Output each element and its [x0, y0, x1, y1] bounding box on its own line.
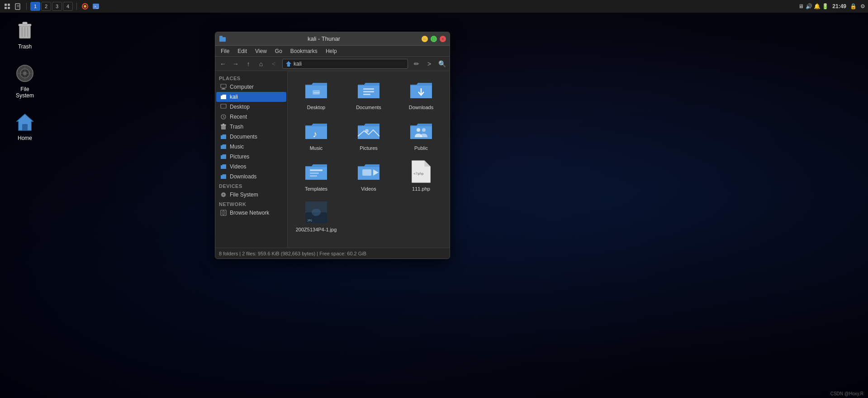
up-button[interactable]: ↑	[242, 58, 254, 70]
desktop-file-label: Desktop	[307, 105, 325, 110]
computer-label: Computer	[230, 84, 254, 90]
public-file-label: Public	[414, 145, 428, 151]
desktop-icon-home[interactable]: Home	[9, 110, 41, 143]
menu-edit[interactable]: Edit	[234, 47, 251, 55]
sidebar-item-videos[interactable]: Videos	[216, 162, 286, 172]
sidebar-item-pictures[interactable]: Pictures	[216, 152, 286, 162]
svg-rect-44	[363, 94, 370, 95]
workspace-4[interactable]: 4	[63, 2, 73, 11]
svg-rect-42	[363, 88, 374, 90]
file-item-music[interactable]: ♪ Music	[291, 115, 341, 153]
svg-rect-23	[22, 124, 28, 130]
forward-button[interactable]: →	[230, 58, 242, 70]
svg-rect-52	[310, 173, 319, 174]
taskbar-separator-2	[76, 3, 77, 10]
workspace-switcher: 1 2 3 4	[30, 2, 73, 11]
menubar: File Edit View Go Bookmarks Help	[215, 46, 450, 57]
documents-label: Documents	[230, 134, 257, 140]
main-area: Places Computer kali	[215, 71, 450, 248]
svg-rect-24	[219, 37, 226, 42]
desktop-icon-filesystem[interactable]: File System	[9, 61, 41, 101]
recent-label: Recent	[230, 114, 247, 120]
desktop-icon-trash[interactable]: Trash	[9, 18, 41, 52]
sidebar-item-computer[interactable]: Computer	[216, 82, 286, 92]
maximize-button[interactable]: □	[431, 36, 437, 42]
sidebar-item-desktop[interactable]: Desktop	[216, 102, 286, 112]
bottom-hint: CSDN @Hoxy.R	[830, 391, 863, 396]
downloads-label: Downloads	[230, 173, 256, 180]
menu-go[interactable]: Go	[271, 47, 286, 55]
svg-rect-43	[363, 91, 374, 92]
svg-rect-33	[221, 125, 226, 125]
workspace-2[interactable]: 2	[41, 2, 51, 11]
next-button[interactable]: >	[423, 58, 435, 70]
fs-icon	[220, 191, 227, 198]
window-title: kali - Thunar	[229, 35, 419, 42]
desktop-sidebar-label: Desktop	[230, 104, 250, 110]
file-item-templates[interactable]: Templates	[291, 156, 341, 194]
edit-address-button[interactable]: ✏	[411, 58, 422, 70]
svg-rect-13	[23, 22, 28, 24]
svg-point-8	[84, 5, 86, 8]
svg-rect-1	[8, 4, 10, 6]
file-item-downloads[interactable]: Downloads	[396, 75, 446, 113]
sidebar-item-trash[interactable]: Trash	[216, 122, 286, 132]
svg-text:JPG: JPG	[307, 219, 312, 222]
lock-icon: 🔒	[850, 3, 857, 10]
svg-rect-40	[313, 90, 320, 95]
workspace-3[interactable]: 3	[52, 2, 62, 11]
home-icon	[14, 111, 36, 133]
sidebar-item-downloads[interactable]: Downloads	[216, 172, 286, 182]
sidebar-item-kali[interactable]: kali	[216, 92, 286, 102]
file-item-pictures[interactable]: Pictures	[344, 115, 394, 153]
filesystem-sidebar-label: File System	[230, 192, 258, 198]
image-file-icon: JPG	[304, 200, 329, 225]
titlebar: kali - Thunar – □ ×	[215, 32, 450, 46]
sidebar-item-documents[interactable]: Documents	[216, 132, 286, 142]
pictures-icon	[220, 153, 227, 160]
pictures-folder-icon	[356, 118, 381, 144]
menu-help[interactable]: Help	[322, 47, 341, 55]
places-header: Places	[215, 74, 287, 82]
taskbar-icon-files[interactable]	[14, 2, 23, 11]
file-item-public[interactable]: Public	[396, 115, 446, 153]
documents-folder-icon	[356, 77, 381, 103]
music-icon	[220, 143, 227, 150]
desktop-sidebar-icon	[220, 103, 227, 110]
power-icon: ⚙	[860, 3, 865, 10]
sidebar-item-music[interactable]: Music	[216, 142, 286, 152]
svg-text:♪: ♪	[313, 129, 317, 139]
back-button[interactable]: ←	[217, 58, 229, 70]
address-text: kali	[294, 61, 302, 67]
menu-bookmarks[interactable]: Bookmarks	[287, 47, 321, 55]
documents-icon	[220, 133, 227, 140]
file-item-image[interactable]: JPG 200Z5134P4-1.jpg	[291, 197, 341, 235]
file-item-videos[interactable]: Videos	[344, 156, 394, 194]
sidebar-item-browse-network[interactable]: Browse Network	[216, 208, 286, 218]
sidebar-item-filesystem[interactable]: File System	[216, 190, 286, 200]
music-label: Music	[230, 144, 244, 150]
sidebar-item-recent[interactable]: Recent	[216, 112, 286, 122]
home-button[interactable]: ⌂	[255, 58, 267, 70]
file-item-documents[interactable]: Documents	[344, 75, 394, 113]
taskbar-icon-terminal[interactable]: >_	[91, 2, 100, 11]
file-manager-window: kali - Thunar – □ × File Edit View Go Bo…	[215, 32, 450, 259]
taskbar-icon-settings[interactable]	[3, 2, 12, 11]
taskbar-icon-browser[interactable]	[81, 2, 90, 11]
menu-file[interactable]: File	[217, 47, 233, 55]
address-bar[interactable]: kali	[282, 59, 408, 69]
svg-rect-27	[221, 84, 226, 88]
workspace-1[interactable]: 1	[30, 2, 40, 11]
file-item-desktop[interactable]: Desktop	[291, 75, 341, 113]
computer-icon	[220, 83, 227, 91]
videos-folder-icon	[356, 159, 381, 184]
menu-view[interactable]: View	[251, 47, 270, 55]
prev-button[interactable]: <	[268, 58, 280, 70]
svg-rect-54	[362, 169, 371, 176]
downloads-file-label: Downloads	[409, 105, 433, 110]
file-item-php[interactable]: <?php 111.php	[396, 156, 446, 194]
filesystem-icon	[14, 62, 36, 84]
close-button[interactable]: ×	[440, 36, 446, 42]
minimize-button[interactable]: –	[422, 36, 428, 42]
search-button[interactable]: 🔍	[436, 58, 448, 70]
